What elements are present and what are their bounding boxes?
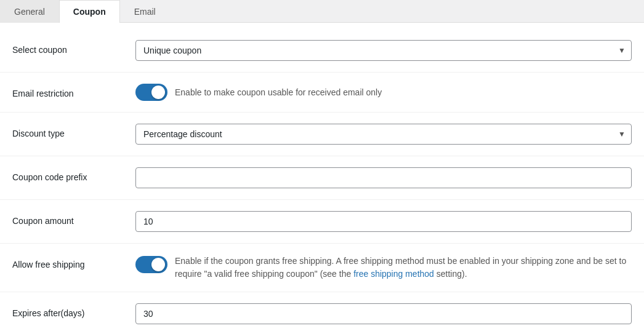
label-allow-free-shipping: Allow free shipping (12, 255, 135, 269)
email-restriction-slider (135, 84, 167, 101)
tab-coupon[interactable]: Coupon (59, 0, 120, 23)
field-row-allow-free-shipping: Allow free shipping Enable if the coupon… (0, 244, 644, 292)
field-row-select-coupon: Select coupon Unique coupon Shared coupo… (0, 29, 644, 73)
label-coupon-code-prefix: Coupon code prefix (12, 167, 135, 182)
label-email-restriction: Email restriction (12, 84, 135, 98)
field-row-email-restriction: Email restriction Enable to make coupon … (0, 73, 644, 113)
coupon-amount-input[interactable] (135, 211, 632, 232)
control-expires-after (135, 303, 632, 324)
control-select-coupon: Unique coupon Shared coupon No coupon ▼ (135, 40, 632, 61)
control-email-restriction: Enable to make coupon usable for receive… (135, 84, 632, 101)
free-shipping-method-link[interactable]: free shipping method (353, 269, 434, 279)
expires-after-input[interactable] (135, 303, 632, 324)
select-coupon-input[interactable]: Unique coupon Shared coupon No coupon (135, 40, 632, 61)
select-coupon-wrapper: Unique coupon Shared coupon No coupon ▼ (135, 40, 632, 61)
field-row-coupon-amount: Coupon amount (0, 200, 644, 244)
allow-free-shipping-description: Enable if the coupon grants free shippin… (175, 255, 632, 281)
free-shipping-desc-part2: setting). (434, 269, 467, 279)
label-coupon-amount: Coupon amount (12, 211, 135, 226)
control-coupon-code-prefix (135, 167, 632, 188)
coupon-code-prefix-input[interactable] (135, 167, 632, 188)
control-allow-free-shipping: Enable if the coupon grants free shippin… (135, 255, 632, 281)
field-row-coupon-code-prefix: Coupon code prefix (0, 156, 644, 200)
allow-free-shipping-slider (135, 256, 167, 273)
email-restriction-toggle[interactable] (135, 84, 167, 101)
control-discount-type: Percentage discount Fixed cart discount … (135, 124, 632, 145)
allow-free-shipping-toggle[interactable] (135, 256, 167, 273)
email-restriction-description: Enable to make coupon usable for receive… (175, 86, 382, 99)
field-row-discount-type: Discount type Percentage discount Fixed … (0, 113, 644, 156)
content-area: Select coupon Unique coupon Shared coupo… (0, 23, 644, 331)
select-discount-type-input[interactable]: Percentage discount Fixed cart discount … (135, 124, 632, 145)
tab-general[interactable]: General (0, 0, 59, 23)
label-expires-after: Expires after(days) (12, 303, 135, 318)
label-discount-type: Discount type (12, 124, 135, 138)
tab-email[interactable]: Email (120, 0, 170, 23)
label-select-coupon: Select coupon (12, 40, 135, 55)
field-row-expires-after: Expires after(days) (0, 292, 644, 331)
tabs-bar: General Coupon Email (0, 0, 644, 23)
select-discount-type-wrapper: Percentage discount Fixed cart discount … (135, 124, 632, 145)
page-wrapper: General Coupon Email Select coupon Uniqu… (0, 0, 644, 331)
control-coupon-amount (135, 211, 632, 232)
